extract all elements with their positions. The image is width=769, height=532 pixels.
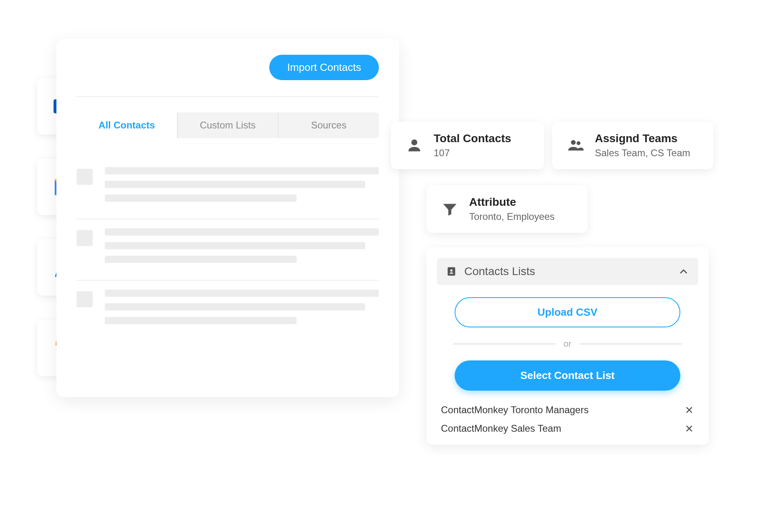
close-icon[interactable] (684, 405, 694, 415)
select-contact-list-button[interactable]: Select Contact List (455, 360, 680, 391)
list-item[interactable] (77, 158, 379, 219)
list-item[interactable] (77, 281, 379, 341)
summary-title: Assignd Teams (595, 132, 690, 145)
summary-title: Attribute (469, 196, 555, 209)
summary-title: Total Contacts (434, 132, 511, 145)
upload-csv-button[interactable]: Upload CSV (455, 297, 680, 327)
selected-list-label: ContactMonkey Sales Team (441, 423, 561, 434)
contacts-lists-header[interactable]: Contacts Lists (437, 258, 698, 285)
svg-point-18 (450, 269, 453, 272)
list-item-avatar (77, 230, 93, 246)
close-icon[interactable] (684, 424, 694, 433)
summary-attribute: Attribute Toronto, Employees (426, 185, 588, 233)
svg-point-16 (577, 141, 581, 145)
funnel-icon (441, 200, 459, 218)
or-label: or (563, 339, 572, 349)
contacts-main-panel: Import Contacts All Contacts Custom List… (56, 39, 399, 397)
tab-sources[interactable]: Sources (279, 112, 379, 138)
svg-point-14 (412, 139, 418, 145)
summary-value: 107 (434, 147, 511, 159)
summary-total-contacts: Total Contacts 107 (391, 122, 544, 169)
contacts-lists-panel: Contacts Lists Upload CSV or Select Cont… (426, 247, 709, 445)
summary-value: Toronto, Employees (469, 211, 555, 222)
contacts-tabbar: All Contacts Custom Lists Sources (77, 112, 379, 138)
svg-point-15 (571, 140, 576, 145)
tab-custom-lists[interactable]: Custom Lists (178, 112, 279, 138)
contacts-lists-title: Contacts Lists (464, 265, 535, 278)
summary-assigned-teams: Assignd Teams Sales Team, CS Team (552, 122, 713, 169)
selected-list-label: ContactMonkey Toronto Managers (441, 404, 588, 416)
selected-lists: ContactMonkey Toronto Managers ContactMo… (437, 404, 698, 434)
list-item[interactable] (77, 219, 379, 281)
or-divider: or (453, 339, 682, 349)
selected-list-row: ContactMonkey Sales Team (441, 423, 694, 434)
user-icon (405, 137, 423, 154)
summary-value: Sales Team, CS Team (595, 147, 690, 159)
import-row: Import Contacts (77, 55, 379, 97)
chevron-up-icon[interactable] (678, 266, 689, 277)
users-icon (567, 137, 584, 154)
list-item-avatar (77, 291, 93, 307)
tab-all-contacts[interactable]: All Contacts (77, 112, 178, 138)
selected-list-row: ContactMonkey Toronto Managers (441, 404, 694, 416)
contacts-list-placeholder (77, 158, 379, 341)
import-contacts-button[interactable]: Import Contacts (269, 55, 379, 80)
list-item-avatar (77, 169, 93, 185)
address-book-icon (446, 266, 457, 277)
